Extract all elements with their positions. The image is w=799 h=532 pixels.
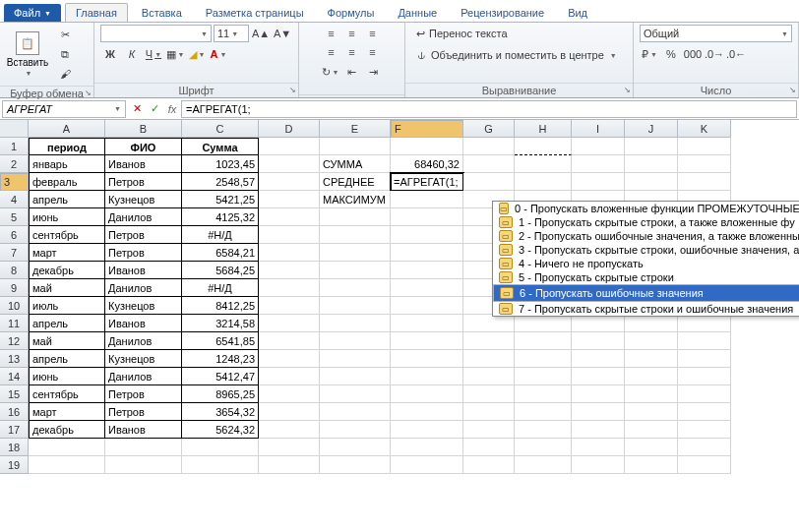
cell[interactable]: Данилов — [105, 332, 182, 350]
cell[interactable] — [572, 368, 625, 385]
cell[interactable]: 1023,45 — [182, 155, 259, 173]
cell[interactable] — [463, 421, 515, 439]
row-head[interactable]: 3 — [0, 173, 29, 191]
cell[interactable] — [391, 421, 463, 439]
cell[interactable] — [182, 456, 259, 474]
cell[interactable] — [391, 332, 463, 350]
cell[interactable] — [463, 315, 515, 332]
row-head[interactable]: 11 — [0, 315, 29, 332]
cell[interactable] — [259, 155, 320, 173]
cell[interactable] — [625, 315, 678, 332]
tooltip-option[interactable]: ▭7 - Пропускать скрытые строки и ошибочн… — [493, 302, 799, 316]
cell[interactable] — [515, 173, 572, 191]
cell[interactable] — [320, 421, 391, 439]
cell[interactable] — [391, 350, 463, 368]
cell[interactable] — [625, 173, 678, 191]
cell[interactable] — [391, 456, 463, 474]
cell[interactable] — [515, 332, 572, 350]
cell[interactable] — [320, 315, 391, 332]
col-head-B[interactable]: B — [105, 120, 182, 138]
cell[interactable] — [259, 226, 320, 244]
accounting-format-button[interactable]: ₽▼ — [640, 45, 659, 63]
name-box[interactable]: АГРЕГАТ▼ — [2, 100, 126, 118]
cell[interactable] — [259, 138, 320, 155]
cell[interactable] — [320, 403, 391, 421]
tooltip-option[interactable]: ▭6 - Пропускать ошибочные значения — [493, 284, 799, 302]
tooltip-option[interactable]: ▭1 - Пропускать скрытые строки, а также … — [493, 215, 799, 229]
paste-button[interactable]: 📋 Вставить ▼ — [6, 25, 49, 84]
cell[interactable] — [320, 456, 391, 474]
cell[interactable] — [259, 368, 320, 385]
cell[interactable]: МАКСИМУМ — [320, 191, 391, 208]
cell[interactable]: июнь — [29, 208, 105, 226]
cell[interactable] — [29, 456, 105, 474]
cell[interactable]: #Н/Д — [182, 279, 259, 297]
cell[interactable] — [625, 439, 678, 456]
cell[interactable] — [259, 191, 320, 208]
cell[interactable]: 68460,32 — [391, 155, 463, 173]
row-head[interactable]: 13 — [0, 350, 29, 368]
cell[interactable]: 5624,32 — [182, 421, 259, 439]
cell[interactable]: январь — [29, 155, 105, 173]
decrease-font-button[interactable]: A▼ — [273, 25, 292, 42]
cell[interactable]: Данилов — [105, 368, 182, 385]
number-format-select[interactable]: Общий▼ — [640, 25, 792, 42]
cell[interactable] — [259, 350, 320, 368]
cell[interactable]: апрель — [29, 191, 105, 208]
decrease-indent-button[interactable]: ⇤ — [342, 63, 362, 81]
align-left-button[interactable]: ≡ — [322, 43, 341, 61]
cell[interactable] — [572, 403, 625, 421]
cell[interactable] — [391, 439, 463, 456]
cell[interactable] — [678, 173, 731, 191]
cell[interactable] — [678, 315, 731, 332]
cell[interactable] — [572, 385, 625, 403]
percent-format-button[interactable]: % — [661, 45, 681, 63]
col-head-J[interactable]: J — [625, 120, 678, 138]
cell[interactable] — [463, 403, 515, 421]
cell[interactable] — [572, 138, 625, 155]
cell[interactable] — [259, 208, 320, 226]
row-head[interactable]: 14 — [0, 368, 29, 385]
cell[interactable]: Петров — [105, 173, 182, 191]
cell[interactable]: июль — [29, 297, 105, 315]
tab-data[interactable]: Данные — [388, 4, 447, 22]
cell[interactable] — [259, 244, 320, 262]
cell[interactable] — [515, 155, 572, 173]
cell[interactable] — [259, 262, 320, 279]
font-color-button[interactable]: А▼ — [209, 45, 228, 63]
cell[interactable] — [391, 279, 463, 297]
col-head-E[interactable]: E — [320, 120, 391, 138]
row-head[interactable]: 9 — [0, 279, 29, 297]
cell[interactable] — [391, 244, 463, 262]
cell[interactable] — [259, 173, 320, 191]
cell[interactable] — [572, 155, 625, 173]
cell[interactable] — [320, 332, 391, 350]
font-dialog-launcher[interactable]: ↘ — [289, 86, 296, 94]
cell[interactable] — [320, 368, 391, 385]
cell[interactable] — [105, 456, 182, 474]
cell[interactable] — [320, 244, 391, 262]
cell[interactable]: декабрь — [29, 262, 105, 279]
cell[interactable]: 1248,23 — [182, 350, 259, 368]
row-head[interactable]: 15 — [0, 385, 29, 403]
cell[interactable]: май — [29, 279, 105, 297]
cell[interactable]: Петров — [105, 403, 182, 421]
cell[interactable] — [391, 208, 463, 226]
increase-decimal-button[interactable]: .0→ — [705, 45, 724, 63]
cell[interactable]: Иванов — [105, 262, 182, 279]
cell[interactable] — [678, 155, 731, 173]
align-middle-button[interactable]: ≡ — [342, 25, 362, 42]
cell[interactable]: Кузнецов — [105, 191, 182, 208]
cell[interactable]: 8965,25 — [182, 385, 259, 403]
col-head-I[interactable]: I — [572, 120, 625, 138]
formula-input[interactable]: =АГРЕГАТ(1; — [181, 100, 797, 118]
cell[interactable] — [391, 368, 463, 385]
cell[interactable] — [625, 155, 678, 173]
cell[interactable]: #Н/Д — [182, 226, 259, 244]
cell[interactable] — [515, 456, 572, 474]
cell[interactable]: Кузнецов — [105, 350, 182, 368]
cell[interactable] — [259, 403, 320, 421]
cell[interactable] — [463, 173, 515, 191]
cell[interactable] — [678, 421, 731, 439]
row-head[interactable]: 1 — [0, 138, 29, 155]
